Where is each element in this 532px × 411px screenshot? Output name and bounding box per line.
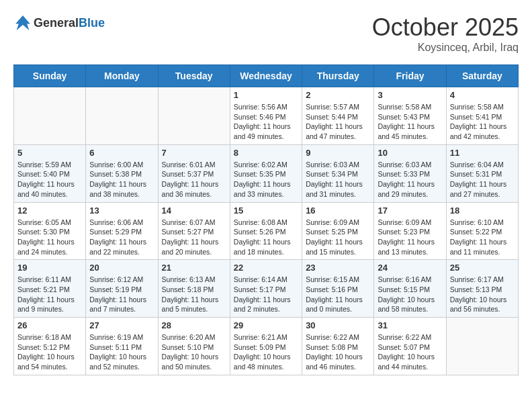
day-info: Sunrise: 6:01 AM Sunset: 5:37 PM Dayligh… bbox=[162, 160, 226, 199]
calendar-cell: 4Sunrise: 5:58 AM Sunset: 5:41 PM Daylig… bbox=[446, 87, 518, 145]
day-number: 13 bbox=[89, 205, 154, 216]
day-number: 27 bbox=[89, 320, 154, 330]
day-info: Sunrise: 6:09 AM Sunset: 5:25 PM Dayligh… bbox=[306, 218, 370, 257]
calendar-cell: 26Sunrise: 6:18 AM Sunset: 5:12 PM Dayli… bbox=[14, 318, 86, 375]
day-info: Sunrise: 5:56 AM Sunset: 5:46 PM Dayligh… bbox=[234, 102, 298, 142]
calendar-cell: 21Sunrise: 6:13 AM Sunset: 5:18 PM Dayli… bbox=[158, 260, 230, 318]
calendar-cell: 14Sunrise: 6:07 AM Sunset: 5:27 PM Dayli… bbox=[158, 202, 230, 260]
day-info: Sunrise: 6:13 AM Sunset: 5:18 PM Dayligh… bbox=[162, 275, 226, 314]
day-number: 24 bbox=[378, 263, 442, 273]
day-number: 9 bbox=[306, 148, 370, 158]
day-info: Sunrise: 6:02 AM Sunset: 5:35 PM Dayligh… bbox=[234, 160, 298, 199]
day-number: 19 bbox=[17, 263, 82, 273]
day-info: Sunrise: 6:22 AM Sunset: 5:08 PM Dayligh… bbox=[306, 332, 370, 372]
logo: GeneralBlue bbox=[13, 13, 105, 32]
calendar-cell: 11Sunrise: 6:04 AM Sunset: 5:31 PM Dayli… bbox=[446, 144, 518, 202]
day-info: Sunrise: 6:16 AM Sunset: 5:15 PM Dayligh… bbox=[378, 275, 442, 314]
day-number: 5 bbox=[17, 148, 82, 158]
calendar-cell: 16Sunrise: 6:09 AM Sunset: 5:25 PM Dayli… bbox=[302, 202, 374, 260]
day-number: 17 bbox=[378, 205, 442, 216]
dow-header-thursday: Thursday bbox=[302, 65, 374, 87]
day-number: 1 bbox=[234, 90, 298, 100]
dow-header-wednesday: Wednesday bbox=[230, 65, 302, 87]
day-info: Sunrise: 6:11 AM Sunset: 5:21 PM Dayligh… bbox=[17, 275, 82, 314]
day-info: Sunrise: 6:18 AM Sunset: 5:12 PM Dayligh… bbox=[17, 332, 82, 372]
calendar-cell: 22Sunrise: 6:14 AM Sunset: 5:17 PM Dayli… bbox=[230, 260, 302, 318]
calendar-cell: 30Sunrise: 6:22 AM Sunset: 5:08 PM Dayli… bbox=[302, 318, 374, 375]
day-number: 31 bbox=[378, 320, 442, 330]
day-number: 14 bbox=[162, 205, 226, 216]
calendar-cell: 2Sunrise: 5:57 AM Sunset: 5:44 PM Daylig… bbox=[302, 87, 374, 145]
calendar-cell: 10Sunrise: 6:03 AM Sunset: 5:33 PM Dayli… bbox=[374, 144, 446, 202]
calendar-cell: 24Sunrise: 6:16 AM Sunset: 5:15 PM Dayli… bbox=[374, 260, 446, 318]
calendar-cell bbox=[446, 318, 518, 375]
day-info: Sunrise: 6:19 AM Sunset: 5:11 PM Dayligh… bbox=[89, 332, 154, 372]
day-info: Sunrise: 6:05 AM Sunset: 5:30 PM Dayligh… bbox=[17, 218, 82, 257]
calendar-cell: 1Sunrise: 5:56 AM Sunset: 5:46 PM Daylig… bbox=[230, 87, 302, 145]
calendar-cell: 17Sunrise: 6:09 AM Sunset: 5:23 PM Dayli… bbox=[374, 202, 446, 260]
day-number: 15 bbox=[234, 205, 298, 216]
day-info: Sunrise: 6:21 AM Sunset: 5:09 PM Dayligh… bbox=[234, 332, 298, 372]
day-info: Sunrise: 6:20 AM Sunset: 5:10 PM Dayligh… bbox=[162, 332, 226, 372]
logo-general-text: General bbox=[34, 16, 79, 30]
day-info: Sunrise: 6:04 AM Sunset: 5:31 PM Dayligh… bbox=[450, 160, 515, 199]
day-number: 10 bbox=[378, 148, 442, 158]
day-number: 28 bbox=[162, 320, 226, 330]
day-number: 12 bbox=[17, 205, 82, 216]
day-number: 2 bbox=[306, 90, 370, 100]
day-number: 23 bbox=[306, 263, 370, 273]
dow-header-saturday: Saturday bbox=[446, 65, 518, 87]
calendar-cell: 3Sunrise: 5:58 AM Sunset: 5:43 PM Daylig… bbox=[374, 87, 446, 145]
day-number: 22 bbox=[234, 263, 298, 273]
calendar-cell: 28Sunrise: 6:20 AM Sunset: 5:10 PM Dayli… bbox=[158, 318, 230, 375]
calendar-cell: 31Sunrise: 6:22 AM Sunset: 5:07 PM Dayli… bbox=[374, 318, 446, 375]
day-info: Sunrise: 6:14 AM Sunset: 5:17 PM Dayligh… bbox=[234, 275, 298, 314]
day-info: Sunrise: 6:17 AM Sunset: 5:13 PM Dayligh… bbox=[450, 275, 515, 314]
calendar-cell: 23Sunrise: 6:15 AM Sunset: 5:16 PM Dayli… bbox=[302, 260, 374, 318]
calendar-cell: 20Sunrise: 6:12 AM Sunset: 5:19 PM Dayli… bbox=[86, 260, 158, 318]
calendar-cell bbox=[14, 87, 86, 145]
logo-icon bbox=[13, 13, 32, 32]
title-block: October 2025 Koysinceq, Arbil, Iraq bbox=[372, 13, 519, 54]
day-info: Sunrise: 6:22 AM Sunset: 5:07 PM Dayligh… bbox=[378, 332, 442, 372]
day-info: Sunrise: 6:10 AM Sunset: 5:22 PM Dayligh… bbox=[450, 218, 515, 257]
dow-header-tuesday: Tuesday bbox=[158, 65, 230, 87]
day-info: Sunrise: 6:09 AM Sunset: 5:23 PM Dayligh… bbox=[378, 218, 442, 257]
day-number: 7 bbox=[162, 148, 226, 158]
calendar-cell: 8Sunrise: 6:02 AM Sunset: 5:35 PM Daylig… bbox=[230, 144, 302, 202]
day-info: Sunrise: 5:58 AM Sunset: 5:43 PM Dayligh… bbox=[378, 102, 442, 142]
day-number: 21 bbox=[162, 263, 226, 273]
day-info: Sunrise: 6:06 AM Sunset: 5:29 PM Dayligh… bbox=[89, 218, 154, 257]
day-number: 16 bbox=[306, 205, 370, 216]
dow-header-monday: Monday bbox=[86, 65, 158, 87]
dow-header-sunday: Sunday bbox=[14, 65, 86, 87]
day-info: Sunrise: 6:03 AM Sunset: 5:34 PM Dayligh… bbox=[306, 160, 370, 199]
day-number: 6 bbox=[89, 148, 154, 158]
calendar-cell: 12Sunrise: 6:05 AM Sunset: 5:30 PM Dayli… bbox=[14, 202, 86, 260]
page-header: GeneralBlue October 2025 Koysinceq, Arbi… bbox=[13, 13, 519, 54]
day-info: Sunrise: 5:59 AM Sunset: 5:40 PM Dayligh… bbox=[17, 160, 82, 199]
day-number: 25 bbox=[450, 263, 515, 273]
day-info: Sunrise: 6:07 AM Sunset: 5:27 PM Dayligh… bbox=[162, 218, 226, 257]
calendar-cell: 19Sunrise: 6:11 AM Sunset: 5:21 PM Dayli… bbox=[14, 260, 86, 318]
day-number: 29 bbox=[234, 320, 298, 330]
calendar-cell: 5Sunrise: 5:59 AM Sunset: 5:40 PM Daylig… bbox=[14, 144, 86, 202]
calendar-cell: 6Sunrise: 6:00 AM Sunset: 5:38 PM Daylig… bbox=[86, 144, 158, 202]
day-number: 26 bbox=[17, 320, 82, 330]
day-number: 18 bbox=[450, 205, 515, 216]
day-info: Sunrise: 6:08 AM Sunset: 5:26 PM Dayligh… bbox=[234, 218, 298, 257]
calendar-cell: 18Sunrise: 6:10 AM Sunset: 5:22 PM Dayli… bbox=[446, 202, 518, 260]
day-number: 3 bbox=[378, 90, 442, 100]
calendar-cell: 25Sunrise: 6:17 AM Sunset: 5:13 PM Dayli… bbox=[446, 260, 518, 318]
calendar-cell: 13Sunrise: 6:06 AM Sunset: 5:29 PM Dayli… bbox=[86, 202, 158, 260]
svg-marker-0 bbox=[15, 15, 30, 30]
month-title: October 2025 bbox=[372, 13, 519, 42]
day-number: 11 bbox=[450, 148, 515, 158]
day-number: 4 bbox=[450, 90, 515, 100]
calendar-cell: 9Sunrise: 6:03 AM Sunset: 5:34 PM Daylig… bbox=[302, 144, 374, 202]
day-number: 8 bbox=[234, 148, 298, 158]
day-info: Sunrise: 6:12 AM Sunset: 5:19 PM Dayligh… bbox=[89, 275, 154, 314]
day-info: Sunrise: 6:00 AM Sunset: 5:38 PM Dayligh… bbox=[89, 160, 154, 199]
day-info: Sunrise: 6:03 AM Sunset: 5:33 PM Dayligh… bbox=[378, 160, 442, 199]
location-text: Koysinceq, Arbil, Iraq bbox=[372, 42, 519, 54]
